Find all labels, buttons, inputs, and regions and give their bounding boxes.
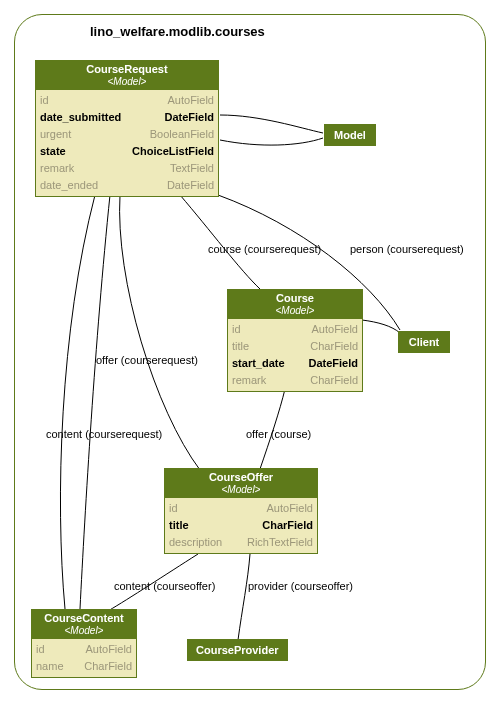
attr-row: titleCharField (169, 517, 313, 534)
edge-label-provider-offer: provider (courseoffer) (248, 580, 353, 592)
edge-label-offer-course: offer (course) (246, 428, 311, 440)
class-name: CourseOffer (171, 471, 311, 484)
class-body: idAutoField titleCharField descriptionRi… (165, 498, 317, 553)
attr-row: remarkTextField (40, 160, 214, 177)
attr-row: idAutoField (36, 641, 132, 658)
class-head-courseoffer: CourseOffer <Model> (165, 469, 317, 498)
class-body: idAutoField titleCharField start_dateDat… (228, 319, 362, 391)
edge-label-content-req: content (courserequest) (46, 428, 162, 440)
attr-row: idAutoField (232, 321, 358, 338)
edge-label-course-req: course (courserequest) (208, 243, 321, 255)
attr-row: descriptionRichTextField (169, 534, 313, 551)
attr-row: remarkCharField (232, 372, 358, 389)
attr-row: nameCharField (36, 658, 132, 675)
attr-row: date_submittedDateField (40, 109, 214, 126)
edge-label-content-offer: content (courseoffer) (114, 580, 215, 592)
class-stereotype: <Model> (38, 625, 130, 637)
class-stereotype: <Model> (42, 76, 212, 88)
class-head-coursecontent: CourseContent <Model> (32, 610, 136, 639)
attr-row: urgentBooleanField (40, 126, 214, 143)
class-stereotype: <Model> (234, 305, 356, 317)
attr-row: start_dateDateField (232, 355, 358, 372)
node-client: Client (398, 331, 450, 353)
class-head-course: Course <Model> (228, 290, 362, 319)
class-body: idAutoField nameCharField (32, 639, 136, 677)
attr-row: titleCharField (232, 338, 358, 355)
attr-row: date_endedDateField (40, 177, 214, 194)
class-course: Course <Model> idAutoField titleCharFiel… (227, 289, 363, 392)
class-name: CourseContent (38, 612, 130, 625)
node-courseprovider: CourseProvider (187, 639, 288, 661)
class-courserequest: CourseRequest <Model> idAutoField date_s… (35, 60, 219, 197)
class-body: idAutoField date_submittedDateField urge… (36, 90, 218, 196)
class-coursecontent: CourseContent <Model> idAutoField nameCh… (31, 609, 137, 678)
class-courseoffer: CourseOffer <Model> idAutoField titleCha… (164, 468, 318, 554)
class-head-courserequest: CourseRequest <Model> (36, 61, 218, 90)
edge-label-person-req: person (courserequest) (350, 243, 464, 255)
node-model: Model (324, 124, 376, 146)
attr-row: idAutoField (169, 500, 313, 517)
attr-row: stateChoiceListField (40, 143, 214, 160)
class-name: Course (234, 292, 356, 305)
attr-row: idAutoField (40, 92, 214, 109)
package-title: lino_welfare.modlib.courses (90, 24, 265, 39)
edge-label-offer-req: offer (courserequest) (96, 354, 198, 366)
class-name: CourseRequest (42, 63, 212, 76)
class-stereotype: <Model> (171, 484, 311, 496)
